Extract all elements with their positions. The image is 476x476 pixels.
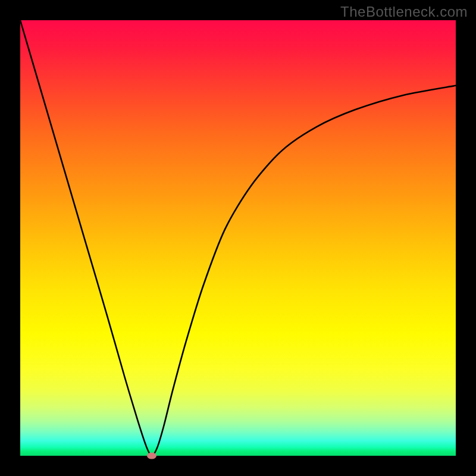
minimum-marker — [147, 453, 156, 459]
bottleneck-curve — [20, 20, 456, 456]
chart-frame: TheBottleneck.com — [0, 0, 476, 476]
watermark-text: TheBottleneck.com — [340, 4, 468, 20]
plot-area — [20, 20, 456, 456]
